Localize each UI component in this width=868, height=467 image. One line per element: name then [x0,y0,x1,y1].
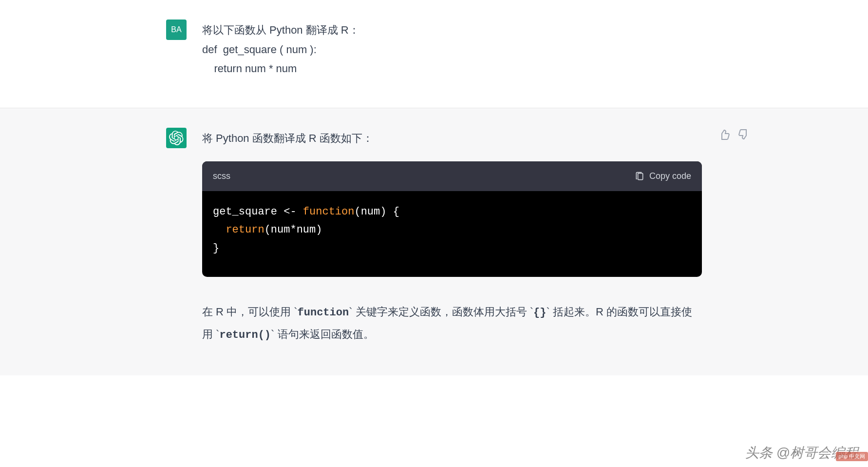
user-message-inner: BA 将以下函数从 Python 翻译成 R： def get_square (… [166,19,702,78]
user-avatar-initials: BA [171,25,181,34]
code-block: scss Copy code get_square <- function(nu… [202,161,702,277]
copy-code-button[interactable]: Copy code [635,168,691,184]
chat-container: BA 将以下函数从 Python 翻译成 R： def get_square (… [0,0,868,467]
openai-logo-icon [169,131,184,145]
assistant-avatar [166,128,187,148]
user-text-line1: 将以下函数从 Python 翻译成 R： [202,20,702,40]
assistant-message-block: 将 Python 函数翻译成 R 函数如下： scss Copy code [0,108,868,375]
code-header: scss Copy code [202,161,702,191]
code-closing-brace: } [213,242,219,254]
copy-code-label: Copy code [649,168,691,184]
user-message-content: 将以下函数从 Python 翻译成 R： def get_square ( nu… [202,19,702,78]
feedback-buttons [717,128,751,141]
thumbs-down-icon [738,129,750,140]
inline-code-function: function [298,307,349,319]
user-text-line2: def get_square ( num ): [202,40,702,59]
assistant-explanation: 在 R 中，可以使用 `function` 关键字来定义函数，函数体用大括号 `… [202,301,702,346]
inline-code-return: return() [219,329,271,341]
explanation-text-1: 在 R 中，可以使用 ` [202,306,298,318]
explanation-text-2: ` 关键字来定义函数，函数体用大括号 ` [349,306,533,318]
assistant-message-content: 将 Python 函数翻译成 R 函数如下： scss Copy code [202,128,702,346]
code-indent [213,224,226,236]
user-text-line3: return num * num [202,59,702,78]
assistant-message-inner: 将 Python 函数翻译成 R 函数如下： scss Copy code [166,128,702,346]
code-operator: <- [277,206,303,218]
explanation-text-4: ` 语句来返回函数值。 [271,328,374,340]
user-message-block: BA 将以下函数从 Python 翻译成 R： def get_square (… [0,0,868,108]
code-identifier: get_square [213,206,277,218]
code-language-label: scss [213,168,230,184]
clipboard-icon [635,172,644,181]
code-content[interactable]: get_square <- function(num) { return(num… [202,191,702,277]
code-keyword-function: function [303,206,355,218]
assistant-intro-text: 将 Python 函数翻译成 R 函数如下： [202,129,702,148]
thumbs-up-icon [718,129,730,140]
inline-code-braces: {} [533,307,546,319]
svg-rect-0 [638,173,643,179]
watermark-badge: php 中文网 [836,452,868,461]
code-keyword-return: return [226,224,264,236]
code-return-expr: (num*num) [264,224,322,236]
thumbs-up-button[interactable] [717,128,731,141]
thumbs-down-button[interactable] [737,128,751,141]
code-params: (num) { [354,206,399,218]
user-avatar: BA [166,19,187,40]
